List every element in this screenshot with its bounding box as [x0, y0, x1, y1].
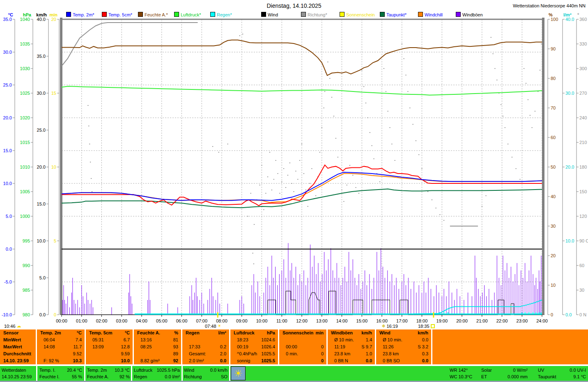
svg-text:60: 60 [579, 263, 584, 268]
stat-value: °C [125, 329, 130, 336]
stat-cell-luftdruck: LuftdruckhPa [230, 329, 278, 336]
svg-text:09:00: 09:00 [236, 318, 248, 323]
stat-value: hPa [267, 329, 275, 336]
status-label: Temp. I. [39, 367, 55, 373]
svg-text:5.0: 5.0 [6, 214, 12, 219]
svg-text:01:00: 01:00 [76, 318, 87, 323]
svg-text:1020: 1020 [20, 115, 30, 120]
stat-cell-temp-2m: 06:047.4 [37, 336, 85, 343]
svg-text:10: 10 [51, 165, 56, 169]
stat-cell-wind: Windkm/h [376, 329, 431, 336]
annotation-16-19: ✻16:19 [382, 323, 398, 329]
stat-value: 0 [321, 350, 324, 357]
stats-row-sensor: SensorTemp. 2m°CTemp. 5cm°CFeuchte A.%Re… [0, 329, 588, 336]
stat-cell-temp-5cm: 05:316.7 [86, 336, 133, 343]
svg-text:70: 70 [551, 105, 556, 110]
status-value: 1025.5 hPa [157, 367, 180, 373]
stat-label [89, 357, 92, 364]
stat-label: sonnig [234, 357, 250, 364]
svg-text:35.0: 35.0 [37, 54, 46, 59]
svg-text:20.0: 20.0 [565, 165, 574, 169]
flower-icon: ✻ [382, 324, 385, 328]
svg-text:90: 90 [551, 46, 556, 51]
stat-label: 00:00 [283, 343, 297, 350]
cloud-icon: ☁ [17, 324, 21, 328]
svg-text:270 W: 270 W [579, 91, 588, 96]
status-label: Wetterdaten [2, 367, 26, 373]
stat-label [186, 336, 189, 343]
stat-label: 00:19 [234, 343, 248, 350]
stat-cell-luftdruck: 00:191026.4 [230, 343, 278, 350]
status-value: 0.0 km/h [210, 367, 227, 373]
status-value: 10.3 °C [115, 367, 130, 373]
stat-label: Gesamt: [186, 350, 206, 357]
svg-text:360 N: 360 N [579, 17, 588, 22]
stat-cell-temp-2m: F: 92 %10.3 [37, 357, 85, 364]
stat-value: 93 [173, 343, 178, 350]
status-label: 14.10.25 23:59 [2, 373, 32, 380]
stat-value: 12.8 [121, 343, 130, 350]
stat-cell-luftdruck: ^0.4hPa/h1025.5 [230, 350, 278, 357]
chart-plot-area[interactable]: 00:0001:0002:0003:0004:0005:0006:0007:00… [0, 0, 588, 328]
square-icon [431, 324, 435, 328]
status-separator [36, 366, 37, 381]
svg-text:20: 20 [51, 17, 56, 22]
svg-text:0 N: 0 N [579, 312, 586, 317]
status-value: 0 W/m² [513, 367, 528, 373]
stat-cell-temp-5cm: 9.59 [86, 350, 133, 357]
annotation-10-46: 10:46☁ [4, 323, 21, 329]
stat-cell-wind: 23.8 km0.3 [376, 350, 431, 357]
status-label: WC 10.3°C [450, 373, 472, 380]
stat-label [283, 336, 286, 343]
svg-text:20:00: 20:00 [456, 318, 468, 323]
stat-value: % [174, 329, 178, 336]
stat-label: Windböen [331, 329, 353, 336]
svg-text:1035: 1035 [20, 41, 30, 46]
svg-text:10.0: 10.0 [37, 238, 46, 243]
stats-filler [432, 357, 588, 364]
status-cell: Wetterdaten14.10.25 23:59 [2, 367, 34, 380]
status-cell: Wind0.0 km/hRichtungSO [184, 367, 227, 380]
stats-filler [432, 350, 588, 357]
stat-label: Temp. 5cm [89, 329, 113, 336]
stat-label [89, 350, 92, 357]
svg-text:12:00: 12:00 [296, 318, 308, 323]
svg-text:20: 20 [551, 253, 556, 258]
stat-value: 7.4 [76, 336, 82, 343]
stat-value: 0.0 [366, 357, 372, 364]
status-label: ET [481, 373, 487, 380]
svg-text:10.0: 10.0 [3, 181, 12, 186]
stat-cell-feuchte-a-: 13:1681 [134, 336, 181, 343]
stat-label: Wind [379, 329, 390, 336]
svg-text:30: 30 [551, 224, 556, 229]
svg-text:20.0: 20.0 [3, 115, 12, 120]
stat-value: S 9.7 [361, 343, 372, 350]
svg-text:30.0: 30.0 [565, 91, 574, 96]
stat-label: Regen [186, 329, 200, 336]
stat-value: 2.0 [220, 350, 226, 357]
status-separator [229, 366, 230, 381]
annotation-time: 10:46 [4, 324, 16, 329]
stat-label: 11:26 [379, 343, 394, 350]
stat-value: °C [77, 329, 82, 336]
stats-row-maxwert: MaxWert14:0811.713:0912.808:259317:330.2… [0, 343, 588, 350]
stat-value: km/h [361, 329, 372, 336]
stat-value: 10.3 [73, 357, 82, 364]
status-separator [131, 366, 132, 381]
stat-value: 0.0 [422, 357, 428, 364]
status-label: WR 142° [450, 367, 468, 373]
stat-cell-luftdruck: sonnig1025.5 [230, 357, 278, 364]
status-bar: Wetterdaten14.10.25 23:59Temp. I.20.4 °C… [0, 366, 588, 381]
stat-value: 81 [173, 336, 178, 343]
svg-text:1030: 1030 [20, 66, 30, 71]
status-label: Wind [184, 367, 194, 373]
status-label: Solar [481, 367, 492, 373]
stat-cell-regen: 2.0 l/m²0.0 [182, 357, 229, 364]
svg-text:10:00: 10:00 [256, 318, 268, 323]
svg-text:22:00: 22:00 [496, 318, 508, 323]
svg-text:0: 0 [551, 312, 553, 317]
stat-cell-feuchte-a-: 89 [134, 350, 181, 357]
stat-value: 89 [173, 350, 178, 357]
stat-cell-feuchte-a-: Feuchte A.% [134, 329, 181, 336]
status-value: SO [221, 373, 227, 380]
